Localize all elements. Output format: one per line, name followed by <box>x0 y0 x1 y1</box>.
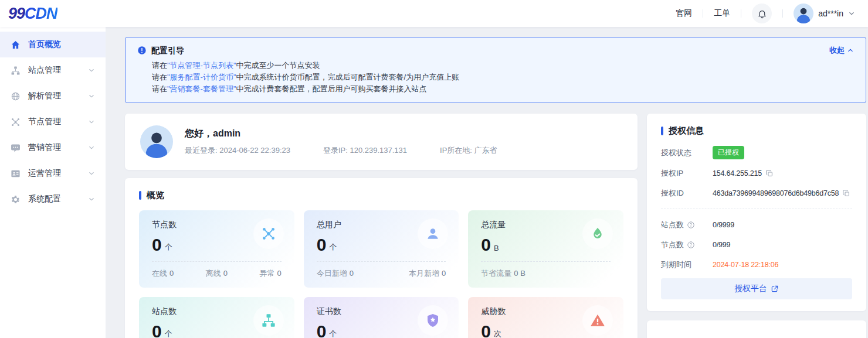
help-icon[interactable] <box>687 221 695 229</box>
stat-footer-label: 节省流量 <box>481 269 511 278</box>
license-value: 已授权 <box>713 146 744 159</box>
welcome-meta-value: 120.239.137.131 <box>350 146 407 155</box>
info-icon <box>137 46 147 55</box>
guide-line-prefix: 请在 <box>152 73 167 81</box>
license-label-text: 授权ID <box>661 188 684 199</box>
chevron-down-icon <box>848 10 855 17</box>
guide-line-suffix: 中完成系统计价货币配置，完成后可配置计费套餐/为用户充值上账 <box>236 73 460 81</box>
collapse-label: 收起 <box>829 45 845 56</box>
sidebar-item-home[interactable]: 首页概览 <box>0 32 106 57</box>
content-columns: 您好，admin 最近登录: 2024-06-22 22:39:23登录IP: … <box>125 114 866 338</box>
logo[interactable]: 99CDN <box>8 6 57 22</box>
chevron-up-icon <box>847 47 854 54</box>
card-icon <box>11 169 21 179</box>
sidebar: 首页概览站点管理解析管理节点管理营销管理运营管理系统配置 <box>0 27 106 338</box>
sidebar-item-node[interactable]: 节点管理 <box>0 109 106 135</box>
stat-value-unit: 个 <box>329 329 337 338</box>
stat-footer: 节省流量0 B <box>481 268 611 279</box>
license-value: 2024-07-18 22:18:06 <box>713 261 778 269</box>
welcome-meta-label: IP所在地: <box>440 146 474 155</box>
config-guide-title: 配置引导 <box>151 45 184 56</box>
user-menu[interactable]: ad***in <box>794 4 855 23</box>
license-row-ip: 授权IP154.64.255.215 <box>661 167 852 179</box>
header-nav: 官网工单 <box>676 8 730 19</box>
sidebar-item-label: 解析管理 <box>28 91 61 101</box>
sidebar-item-label: 站点管理 <box>28 65 61 76</box>
stat-icon-halo <box>418 305 448 336</box>
stat-footer-value: 0 <box>350 269 354 278</box>
title-accent-bar <box>661 127 663 135</box>
license-label: 节点数 <box>661 240 713 250</box>
header-link-official-site[interactable]: 官网 <box>676 8 692 19</box>
stat-footer-item: 离线0 <box>206 268 228 279</box>
stat-value-number: 0 <box>317 323 327 338</box>
header-right: 官网工单 ad***in <box>676 4 855 23</box>
welcome-meta-item: 登录IP: 120.239.137.131 <box>323 145 407 156</box>
stat-value-unit: 个 <box>165 242 172 254</box>
stat-footer-item: 本月新增0 <box>409 268 446 279</box>
sidebar-item-label: 营销管理 <box>28 142 61 153</box>
welcome-meta-value: 2024-06-22 22:39:23 <box>219 146 290 155</box>
license-row-status: 授权状态已授权 <box>661 146 852 159</box>
license-platform-button[interactable]: 授权平台 <box>661 278 852 299</box>
stat-icon-halo <box>418 218 448 249</box>
sidebar-item-operation[interactable]: 运营管理 <box>0 161 106 186</box>
welcome-meta: 最近登录: 2024-06-22 22:39:23登录IP: 120.239.1… <box>185 145 497 156</box>
sidebar-item-site[interactable]: 站点管理 <box>0 57 106 83</box>
stat-value-unit: B <box>494 244 499 254</box>
copy-icon[interactable] <box>842 189 850 197</box>
guide-link[interactable]: "节点管理-节点列表" <box>167 61 236 70</box>
stat-card-threats: 威胁数0次 <box>468 297 623 338</box>
license-value: 463da739699489698076d6b49b6d7c58 <box>713 189 850 197</box>
guide-line-suffix: 中完成至少一个节点安装 <box>236 61 320 70</box>
license-label-text: 节点数 <box>661 240 684 250</box>
license-value: 154.64.255.215 <box>713 169 774 177</box>
stat-card-traffic: 总流量0B节省流量0 B <box>468 210 623 288</box>
welcome-meta-label: 最近登录: <box>185 146 219 155</box>
sidebar-item-dns[interactable]: 解析管理 <box>0 83 106 109</box>
partial-next-card <box>647 320 866 338</box>
license-row-expire: 到期时间2024-07-18 22:18:06 <box>661 258 852 271</box>
divider <box>782 9 783 18</box>
config-guide-panel: 配置引导 请在"节点管理-节点列表"中完成至少一个节点安装请在"服务配置-计价货… <box>125 37 866 103</box>
divider <box>317 261 446 262</box>
right-column: 授权信息 授权状态已授权授权IP154.64.255.215授权ID463da7… <box>647 114 866 338</box>
divider <box>741 9 741 18</box>
stat-footer-label: 本月新增 <box>409 269 439 278</box>
sidebar-item-marketing[interactable]: 营销管理 <box>0 135 106 161</box>
stat-footer-value: 0 B <box>514 269 525 278</box>
stats-grid: 节点数0个在线0离线0异常0总用户0个今日新增0本月新增0总流量0B节省流量0 … <box>139 210 623 338</box>
help-icon[interactable] <box>687 241 695 249</box>
notifications-button[interactable] <box>752 4 772 23</box>
license-label: 授权ID <box>661 188 713 199</box>
welcome-avatar <box>140 125 173 158</box>
sidebar-item-system[interactable]: 系统配置 <box>0 186 106 212</box>
config-guide-lines: 请在"节点管理-节点列表"中完成至少一个节点安装请在"服务配置-计价货币"中完成… <box>152 60 854 95</box>
header-link-work-order[interactable]: 工单 <box>714 8 730 19</box>
overview-title: 概览 <box>139 190 623 201</box>
chevron-down-icon <box>88 196 95 203</box>
logo-text-99: 99 <box>8 5 25 22</box>
node-icon <box>261 226 276 241</box>
chat-icon <box>11 143 21 153</box>
left-column: 您好，admin 最近登录: 2024-06-22 22:39:23登录IP: … <box>125 114 638 338</box>
stat-footer-value: 0 <box>442 269 446 278</box>
stat-footer-label: 离线 <box>206 269 221 278</box>
main-content: 配置引导 请在"节点管理-节点列表"中完成至少一个节点安装请在"服务配置-计价货… <box>106 27 868 338</box>
license-label: 授权状态 <box>661 148 713 158</box>
avatar <box>794 4 813 23</box>
stat-value-number: 0 <box>481 323 491 338</box>
guide-link[interactable]: "服务配置-计价货币" <box>167 73 236 81</box>
license-platform-label: 授权平台 <box>734 284 767 294</box>
license-label-text: 授权状态 <box>661 148 691 158</box>
stat-value-number: 0 <box>152 236 162 254</box>
sidebar-item-label: 首页概览 <box>28 39 61 50</box>
logo-text-cdn: CDN <box>25 5 57 22</box>
sitemap-icon <box>261 313 276 328</box>
sidebar-item-label: 节点管理 <box>28 117 61 127</box>
stat-value-number: 0 <box>152 323 162 338</box>
collapse-button[interactable]: 收起 <box>829 45 854 56</box>
license-value-text: 0/9999 <box>713 221 734 229</box>
guide-link[interactable]: "营销套餐-套餐管理" <box>167 84 236 93</box>
copy-icon[interactable] <box>765 169 774 177</box>
